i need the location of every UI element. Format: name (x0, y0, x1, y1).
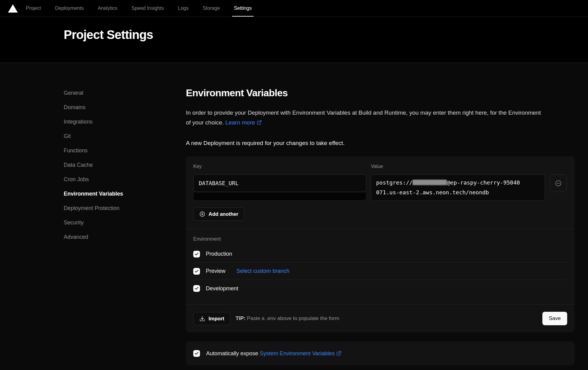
remove-row-button[interactable] (550, 174, 567, 192)
redacted-secret (413, 180, 447, 185)
sidebar-item-deployment-protection[interactable]: Deployment Protection (64, 205, 186, 219)
tip-text: TIP: Paste a .env above to populate the … (236, 315, 339, 322)
auto-expose-text: Automatically expose System Environment … (206, 350, 341, 357)
env-row-development: Development (193, 280, 567, 297)
section-description: In order to provide your Deployment with… (186, 108, 575, 128)
nav-tab-settings[interactable]: Settings (233, 0, 252, 17)
key-column (193, 174, 366, 201)
minus-circle-icon (555, 180, 562, 187)
nav-tab-analytics[interactable]: Analytics (97, 0, 118, 17)
value-input[interactable]: postgres://@ep-raspy-cherry-95040 071.us… (371, 174, 545, 201)
key-suggestion-panel (193, 193, 366, 200)
nav-tab-logs[interactable]: Logs (177, 0, 189, 17)
sidebar-item-advanced[interactable]: Advanced (64, 234, 186, 248)
key-value-section: Key Value postgres://@ep-raspy-cherry-95… (186, 156, 575, 229)
description-line2: of your choice. (186, 119, 224, 126)
settings-sidebar: General Domains Integrations Git Functio… (64, 87, 186, 370)
check-icon (194, 269, 199, 273)
section-heading: Environment Variables (186, 87, 575, 99)
production-checkbox[interactable] (193, 251, 200, 257)
environment-label: Environment (193, 236, 567, 242)
environment-variables-panel: Environment Variables In order to provid… (186, 87, 575, 370)
key-input[interactable] (193, 174, 366, 192)
check-icon (194, 252, 199, 256)
system-env-variables-link[interactable]: System Environment Variables (260, 350, 341, 357)
import-button[interactable]: Import (193, 312, 230, 325)
top-navigation: Project Deployments Analytics Speed Insi… (0, 0, 588, 17)
nav-tabs: Project Deployments Analytics Speed Insi… (25, 0, 252, 17)
add-another-button[interactable]: Add another (193, 208, 244, 221)
select-custom-branch-link[interactable]: Select custom branch (236, 268, 289, 274)
external-link-icon (257, 120, 262, 125)
env-row-production: Production (193, 246, 567, 263)
value-line1: postgres://@ep-raspy-cherry-95040 (376, 178, 540, 188)
page-title: Project Settings (64, 28, 588, 42)
sidebar-item-domains[interactable]: Domains (64, 104, 186, 119)
page-header: Project Settings (0, 17, 588, 63)
plus-circle-icon (199, 211, 205, 217)
sidebar-item-integrations[interactable]: Integrations (64, 119, 186, 133)
sidebar-item-security[interactable]: Security (64, 219, 186, 234)
value-line2: 071.us-east-2.aws.neon.tech/neondb (376, 188, 540, 197)
content-area: General Domains Integrations Git Functio… (0, 63, 588, 370)
env-var-form-card: Key Value postgres://@ep-raspy-cherry-95… (186, 156, 575, 332)
save-button[interactable]: Save (542, 312, 567, 325)
development-checkbox[interactable] (193, 285, 200, 292)
vercel-logo[interactable] (8, 0, 18, 17)
check-icon (194, 286, 199, 291)
sidebar-item-cron-jobs[interactable]: Cron Jobs (64, 176, 186, 191)
preview-checkbox[interactable] (193, 268, 200, 275)
nav-tab-deployments[interactable]: Deployments (55, 0, 84, 17)
sidebar-item-data-cache[interactable]: Data Cache (64, 162, 186, 176)
value-label: Value (371, 164, 545, 169)
env-row-preview: Preview Select custom branch (193, 263, 567, 280)
environment-section: Environment Production Preview Select cu… (186, 229, 575, 304)
check-icon (194, 351, 199, 356)
sidebar-item-git[interactable]: Git (64, 133, 186, 147)
sidebar-item-environment-variables[interactable]: Environment Variables (64, 191, 186, 205)
nav-tab-project[interactable]: Project (25, 0, 42, 17)
system-env-card: Automatically expose System Environment … (186, 341, 575, 365)
external-link-icon (336, 351, 341, 356)
sidebar-item-functions[interactable]: Functions (64, 147, 186, 162)
nav-tab-storage[interactable]: Storage (202, 0, 221, 17)
key-label: Key (193, 164, 366, 169)
auto-expose-checkbox[interactable] (193, 350, 200, 357)
nav-tab-speed-insights[interactable]: Speed Insights (131, 0, 164, 17)
sidebar-item-general[interactable]: General (64, 90, 186, 104)
learn-more-link[interactable]: Learn more (225, 119, 262, 126)
deployment-note: A new Deployment is required for your ch… (186, 140, 575, 147)
vercel-triangle-icon (8, 4, 18, 13)
description-line1: In order to provide your Deployment with… (186, 109, 541, 116)
download-icon (199, 316, 205, 322)
form-footer: Import TIP: Paste a .env above to popula… (186, 305, 575, 332)
